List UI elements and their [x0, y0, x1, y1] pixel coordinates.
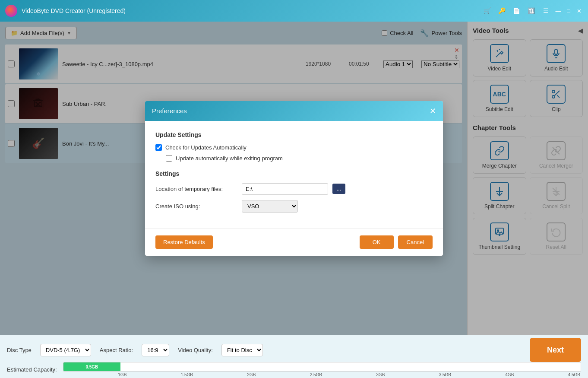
auto-update-checkbox[interactable] [166, 155, 172, 162]
titlebar-icons: 🛒 🔑 📄 🔃 ☰ [483, 6, 550, 15]
modal-actions: OK Cancel [360, 235, 433, 249]
video-quality-select[interactable]: Fit to Disc High Medium Low [221, 344, 263, 356]
app-logo [5, 5, 17, 17]
browse-button[interactable]: ... [332, 184, 345, 194]
preferences-modal: Preferences ✕ Update Settings Check for … [145, 101, 443, 256]
modal-body: Update Settings Check for Updates Automa… [145, 121, 443, 228]
modal-footer: Restore Defaults OK Cancel [145, 228, 443, 256]
iso-label: Create ISO using: [155, 203, 237, 210]
window-controls: — □ ✕ [554, 7, 583, 15]
temp-files-row: Location of temporary files: ... [155, 183, 433, 195]
bottom-bar: Disc Type DVD-5 (4.7G) DVD-9 (8.5G) Aspe… [0, 335, 588, 378]
temp-files-input[interactable] [242, 183, 328, 195]
check-updates-label: Check for Updates Automatically [165, 144, 247, 151]
capacity-row: Estimated Capacity: 0.5GB 1GB 1.5GB 2GB … [7, 362, 581, 377]
modal-overlay: Preferences ✕ Update Settings Check for … [0, 22, 588, 335]
modal-header: Preferences ✕ [145, 101, 443, 121]
disc-type-select[interactable]: DVD-5 (4.7G) DVD-9 (8.5G) [40, 344, 91, 356]
modal-title: Preferences [152, 107, 187, 114]
auto-update-row: Update automatically while exiting progr… [155, 155, 433, 162]
video-quality-label: Video Quality: [178, 347, 213, 353]
capacity-fill: 0.5GB [63, 362, 120, 371]
restore-defaults-button[interactable]: Restore Defaults [155, 235, 213, 249]
key-icon[interactable]: 🔑 [497, 6, 506, 15]
modal-close-button[interactable]: ✕ [430, 106, 436, 116]
minimize-button[interactable]: — [554, 7, 562, 15]
update-icon[interactable]: 🔃 [527, 6, 535, 15]
next-button[interactable]: Next [530, 338, 581, 362]
settings-heading: Settings [155, 170, 433, 177]
maximize-button[interactable]: □ [565, 7, 572, 15]
capacity-tick-labels: 1GB 1.5GB 2GB 2.5GB 3GB 3.5GB 4GB 4.5GB [63, 372, 581, 377]
capacity-label: Estimated Capacity: [7, 366, 59, 373]
iso-select[interactable]: VSO ImgBurn [242, 200, 298, 213]
settings-section: Settings Location of temporary files: ..… [155, 170, 433, 213]
check-updates-checkbox[interactable] [155, 144, 162, 151]
menu-icon[interactable]: ☰ [541, 6, 550, 15]
titlebar: VideoByte DVD Creator (Unregistered) 🛒 🔑… [0, 0, 588, 22]
bottom-controls-row: Disc Type DVD-5 (4.7G) DVD-9 (8.5G) Aspe… [7, 338, 581, 362]
disc-type-label: Disc Type [7, 347, 32, 353]
ok-button[interactable]: OK [360, 235, 394, 249]
doc-icon[interactable]: 📄 [512, 6, 521, 15]
update-settings-heading: Update Settings [155, 131, 433, 138]
temp-files-label: Location of temporary files: [155, 186, 237, 192]
iso-row: Create ISO using: VSO ImgBurn [155, 200, 433, 213]
close-button[interactable]: ✕ [575, 7, 583, 15]
cart-icon[interactable]: 🛒 [483, 6, 491, 15]
capacity-bar-wrapper: 0.5GB 1GB 1.5GB 2GB 2.5GB 3GB 3.5GB 4GB … [63, 362, 581, 377]
app-title: VideoByte DVD Creator (Unregistered) [22, 7, 483, 14]
auto-update-label: Update automatically while exiting progr… [176, 155, 283, 162]
cancel-button[interactable]: Cancel [398, 235, 433, 249]
check-updates-row: Check for Updates Automatically [155, 144, 433, 151]
aspect-ratio-select[interactable]: 16:9 4:3 [142, 344, 169, 356]
aspect-ratio-label: Aspect Ratio: [100, 347, 133, 353]
capacity-bar: 0.5GB [63, 362, 581, 372]
